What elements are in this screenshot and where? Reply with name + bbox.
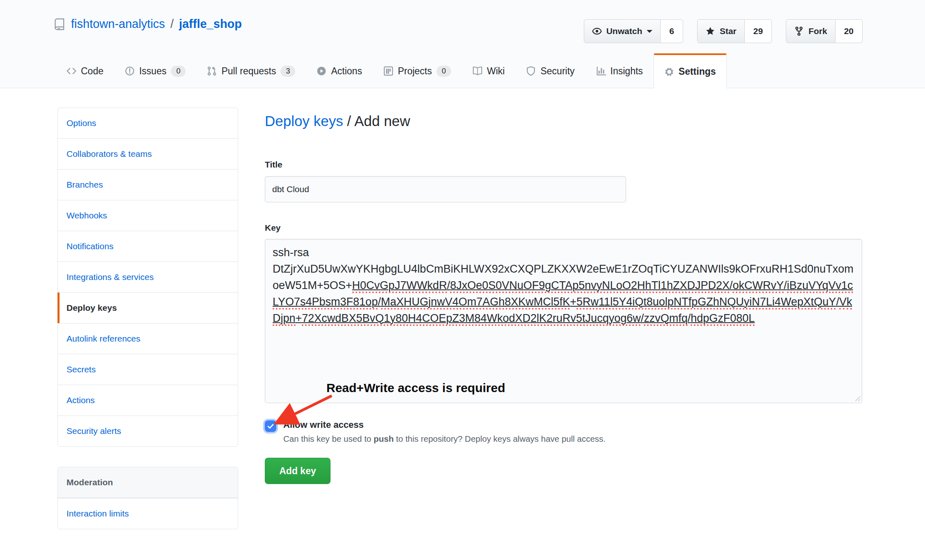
tab-security[interactable]: Security	[515, 53, 585, 88]
note-suffix: to this repository? Deploy keys always h…	[394, 434, 606, 443]
moderation-heading: Moderation	[58, 467, 238, 498]
pull-request-icon	[207, 66, 217, 76]
annotation-arrow-icon	[259, 389, 345, 434]
tab-label: Projects	[398, 66, 432, 77]
fork-button[interactable]: Fork	[786, 19, 835, 43]
title-label: Title	[265, 160, 862, 170]
sidebar-item-branches[interactable]: Branches	[58, 169, 238, 200]
star-icon	[705, 26, 715, 36]
key-text: ssh-rsa DtZjrXuD5UwXwYKHgbgLU4lbCmBiKHLW…	[273, 246, 854, 326]
sidebar-item-collaborators-teams[interactable]: Collaborators & teams	[58, 138, 238, 169]
sidebar-item-webhooks[interactable]: Webhooks	[58, 200, 238, 231]
shield-icon	[526, 66, 536, 76]
star-button-group: Star29	[697, 19, 772, 43]
note-bold: push	[374, 434, 394, 443]
gear-icon	[664, 67, 674, 77]
sidebar-item-options[interactable]: Options	[58, 108, 238, 138]
sidebar-item-autolink-references[interactable]: Autolink references	[58, 323, 238, 354]
repo-name-link[interactable]: jaffle_shop	[179, 17, 242, 31]
unwatch-label: Unwatch	[606, 26, 643, 36]
repo-separator: /	[170, 17, 174, 31]
sidebar-item-integrations-services[interactable]: Integrations & services	[58, 262, 238, 292]
unwatch-button-group: Unwatch6	[584, 19, 683, 43]
resize-grip-icon[interactable]	[853, 394, 861, 402]
issue-icon	[125, 66, 135, 76]
fork-count[interactable]: 20	[835, 19, 863, 43]
repo-breadcrumb: fishtown-analytics / jaffle_shop	[53, 17, 242, 31]
sidebar-item-notifications[interactable]: Notifications	[58, 231, 238, 262]
star-button[interactable]: Star	[697, 19, 745, 43]
repo-social-actions: Unwatch6Star29Fork20	[584, 19, 863, 43]
moderation-sidebar-menu: Moderation Interaction limits	[57, 467, 238, 529]
repo-nav-tabs: CodeIssues0Pull requests3ActionsProjects…	[56, 53, 727, 88]
fork-label: Fork	[808, 26, 827, 36]
title-input[interactable]	[265, 176, 626, 202]
tab-count-badge: 3	[280, 66, 295, 77]
tab-label: Code	[81, 66, 103, 77]
tab-label: Actions	[331, 66, 362, 77]
sidebar-item-security-alerts[interactable]: Security alerts	[58, 415, 238, 446]
main-content: Deploy keys / Add new Title Key ssh-rsa …	[265, 88, 862, 484]
allow-write-access-note: Can this key be used to push to this rep…	[283, 434, 606, 444]
tab-label: Settings	[679, 66, 716, 77]
key-label: Key	[265, 223, 862, 233]
sidebar-item-secrets[interactable]: Secrets	[58, 354, 238, 385]
caret-down-icon	[647, 30, 652, 36]
code-icon	[67, 66, 76, 76]
sidebar-item-actions[interactable]: Actions	[58, 385, 238, 415]
tab-label: Issues	[139, 66, 166, 77]
project-icon	[383, 66, 393, 76]
key-textarea[interactable]: ssh-rsa DtZjrXuD5UwXwYKHgbgLU4lbCmBiKHLW…	[265, 239, 862, 403]
tab-label: Security	[540, 66, 574, 77]
tab-label: Pull requests	[221, 66, 276, 77]
tab-issues[interactable]: Issues0	[114, 53, 197, 88]
fork-button-group: Fork20	[786, 19, 863, 43]
unwatch-count[interactable]: 6	[661, 19, 683, 43]
annotation-text: Read+Write access is required	[326, 381, 505, 395]
repo-pagehead: fishtown-analytics / jaffle_shop Unwatch…	[0, 0, 925, 88]
repo-owner-link[interactable]: fishtown-analytics	[71, 17, 165, 31]
tab-actions[interactable]: Actions	[306, 53, 372, 88]
sidebar-item-interaction-limits[interactable]: Interaction limits	[58, 498, 238, 529]
wiki-icon	[473, 66, 482, 76]
tab-count-badge: 0	[436, 66, 451, 77]
tab-settings[interactable]: Settings	[654, 53, 727, 88]
tab-code[interactable]: Code	[56, 53, 114, 88]
tab-count-badge: 0	[171, 66, 186, 77]
allow-write-access-row: Allow write access Can this key be used …	[265, 420, 862, 444]
settings-sidebar-menu: OptionsCollaborators & teamsBranchesWebh…	[57, 108, 238, 447]
tab-projects[interactable]: Projects0	[373, 53, 462, 88]
tab-label: Insights	[611, 66, 643, 77]
breadcrumb-current: Add new	[354, 113, 410, 129]
sidebar-item-deploy-keys[interactable]: Deploy keys	[57, 292, 238, 323]
graph-icon	[596, 66, 606, 76]
key-marked-text: H0CvGpJ7WWkdR/8JxOe0S0VNuOF9gCTAp5nvyNLo…	[273, 279, 853, 326]
github-repo-settings-page: fishtown-analytics / jaffle_shop Unwatch…	[0, 0, 925, 560]
breadcrumb-separator: /	[343, 113, 354, 129]
repo-icon	[53, 18, 66, 30]
tab-insights[interactable]: Insights	[585, 53, 654, 88]
unwatch-button[interactable]: Unwatch	[584, 19, 661, 43]
star-label: Star	[720, 26, 737, 36]
add-key-button[interactable]: Add key	[265, 458, 331, 484]
eye-icon	[592, 26, 602, 36]
fork-icon	[794, 26, 804, 36]
tab-pull-requests[interactable]: Pull requests3	[196, 53, 306, 88]
page-title: Deploy keys / Add new	[265, 113, 862, 129]
star-count[interactable]: 29	[745, 19, 772, 43]
note-prefix: Can this key be used to	[283, 434, 374, 443]
play-icon	[317, 66, 326, 76]
deploy-keys-breadcrumb-link[interactable]: Deploy keys	[265, 113, 343, 129]
tab-label: Wiki	[487, 66, 505, 77]
tab-wiki[interactable]: Wiki	[462, 53, 515, 88]
